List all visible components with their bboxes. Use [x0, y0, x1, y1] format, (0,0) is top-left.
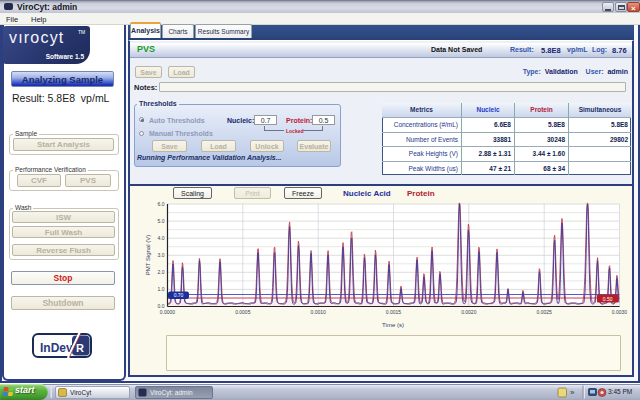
svg-text:R: R — [76, 342, 84, 354]
svg-text:InDev: InDev — [40, 341, 73, 355]
